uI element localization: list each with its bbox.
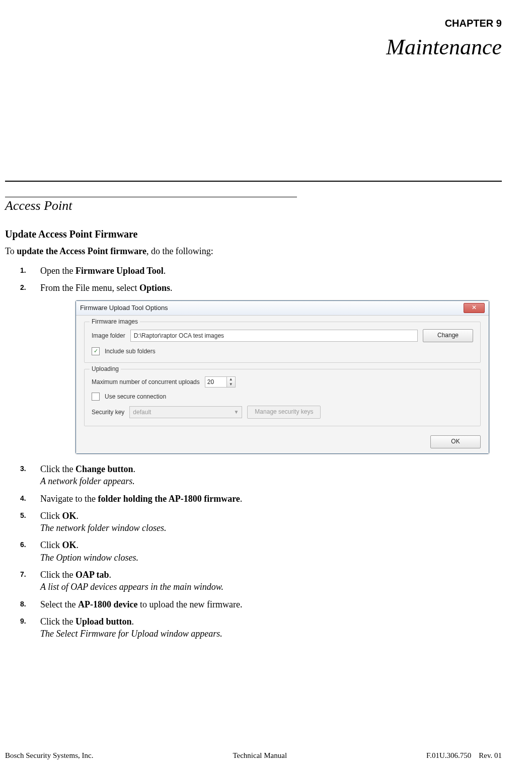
step-text: Select the (40, 599, 78, 609)
step-6: Click OK. The Option window closes. (20, 539, 502, 564)
intro-suffix: , do the following: (146, 246, 213, 256)
max-uploads-spinner[interactable]: 20 ▲ ▼ (205, 376, 236, 388)
footer-right: F.01U.306.750 Rev. 01 (426, 751, 502, 760)
step-text-post: . (240, 494, 243, 504)
step-text-post: . (133, 464, 136, 474)
step-5: Click OK. The network folder window clos… (20, 510, 502, 534)
dialog-footer: OK (84, 432, 481, 448)
chapter-label: CHAPTER 9 (5, 18, 502, 29)
chevron-up-icon[interactable]: ▲ (227, 377, 235, 382)
step-bold: AP-1800 device (78, 599, 137, 609)
step-text-post: to upload the new firmware. (137, 599, 242, 609)
group-legend: Firmware images (90, 318, 140, 326)
security-key-combo[interactable]: default ▼ (129, 406, 242, 418)
step-text: Click (40, 540, 62, 550)
step-bold: folder holding the AP-1800 firmware (98, 494, 240, 504)
step-3: Click the Change button. A network folde… (20, 463, 502, 488)
footer-doc-number: F.01U.306.750 (426, 751, 471, 759)
max-uploads-label: Maximum number of concurrent uploads (92, 378, 200, 386)
page: CHAPTER 9 Maintenance Access Point Updat… (0, 0, 532, 770)
intro-prefix: To (5, 246, 17, 256)
step-2: From the File menu, select Options. Firm… (20, 282, 502, 454)
use-secure-label: Use secure connection (105, 393, 166, 401)
intro-bold: update the Access Point firmware (17, 246, 146, 256)
image-folder-input[interactable]: D:\Raptor\raptor OCA test images (130, 330, 418, 342)
change-button[interactable]: Change (423, 329, 473, 342)
step-text-post: . (77, 511, 79, 521)
step-4: Navigate to the folder holding the AP-18… (20, 493, 502, 505)
step-text: Click the (40, 464, 75, 474)
step-bold: OAP tab (75, 570, 109, 580)
step-1: Open the Firmware Upload Tool. (20, 265, 502, 277)
subsection-title: Update Access Point Firmware (5, 228, 502, 240)
chapter-title: Maintenance (5, 34, 502, 60)
dialog-titlebar: Firmware Upload Tool Options ✕ (76, 301, 489, 316)
divider-thick (5, 181, 502, 182)
use-secure-checkbox[interactable] (92, 393, 100, 401)
step-text: Click (40, 511, 62, 521)
step-text-post: . (170, 283, 173, 293)
ok-button[interactable]: OK (430, 435, 481, 448)
step-text-post: . (77, 540, 79, 550)
close-button[interactable]: ✕ (464, 303, 485, 313)
step-bold: OK (62, 540, 77, 550)
step-text: Navigate to the (40, 494, 98, 504)
options-dialog: Firmware Upload Tool Options ✕ Firmware … (75, 300, 489, 454)
step-result: A network folder appears. (40, 476, 135, 486)
steps-list: Open the Firmware Upload Tool. From the … (20, 265, 502, 640)
chevron-down-icon: ▼ (234, 409, 239, 416)
chevron-down-icon[interactable]: ▼ (227, 382, 235, 387)
row-security-key: Security key default ▼ Manage security k… (92, 406, 473, 419)
footer-center: Technical Manual (93, 751, 426, 760)
step-text-post: . (132, 617, 134, 627)
step-bold: Firmware Upload Tool (75, 266, 164, 276)
section-rule (5, 197, 297, 197)
max-uploads-value[interactable]: 20 (205, 376, 226, 388)
step-result: The Option window closes. (40, 553, 138, 563)
row-image-folder: Image folder D:\Raptor\raptor OCA test i… (92, 329, 473, 342)
step-8: Select the AP-1800 device to upload the … (20, 598, 502, 610)
group-firmware-images: Firmware images Image folder D:\Raptor\r… (84, 322, 481, 363)
security-key-label: Security key (92, 408, 124, 416)
intro-line: To update the Access Point firmware, do … (5, 246, 502, 257)
section-title: Access Point (5, 198, 502, 213)
step-text-post: . (164, 266, 166, 276)
step-bold: Change button (75, 464, 133, 474)
page-footer: Bosch Security Systems, Inc. Technical M… (5, 751, 502, 760)
include-subfolders-label: Include sub folders (105, 347, 156, 355)
step-bold: Options (139, 283, 170, 293)
footer-left: Bosch Security Systems, Inc. (5, 751, 93, 760)
step-result: A list of OAP devices appears in the mai… (40, 582, 223, 592)
step-result: The Select Firmware for Upload window ap… (40, 629, 222, 639)
image-folder-label: Image folder (92, 332, 125, 340)
step-bold: OK (62, 511, 77, 521)
step-7: Click the OAP tab. A list of OAP devices… (20, 569, 502, 593)
dialog-title: Firmware Upload Tool Options (80, 303, 168, 313)
footer-revision: Rev. 01 (479, 751, 502, 759)
manage-keys-button[interactable]: Manage security keys (247, 406, 321, 419)
spinner-arrows[interactable]: ▲ ▼ (226, 376, 236, 388)
row-use-secure: Use secure connection (92, 393, 473, 401)
step-text: From the File menu, select (40, 283, 139, 293)
step-text: Open the (40, 266, 75, 276)
step-result: The network folder window closes. (40, 523, 167, 533)
dialog-body: Firmware images Image folder D:\Raptor\r… (76, 316, 489, 453)
group-legend: Uploading (90, 365, 121, 373)
group-uploading: Uploading Maximum number of concurrent u… (84, 369, 481, 426)
step-9: Click the Upload button. The Select Firm… (20, 615, 502, 640)
step-bold: Upload button (75, 617, 132, 627)
step-text: Click the (40, 617, 75, 627)
step-text: Click the (40, 570, 75, 580)
row-include-sub: ✓ Include sub folders (92, 347, 473, 355)
include-subfolders-checkbox[interactable]: ✓ (92, 347, 100, 355)
security-key-value: default (133, 408, 151, 416)
row-max-uploads: Maximum number of concurrent uploads 20 … (92, 376, 473, 388)
step-text-post: . (109, 570, 112, 580)
